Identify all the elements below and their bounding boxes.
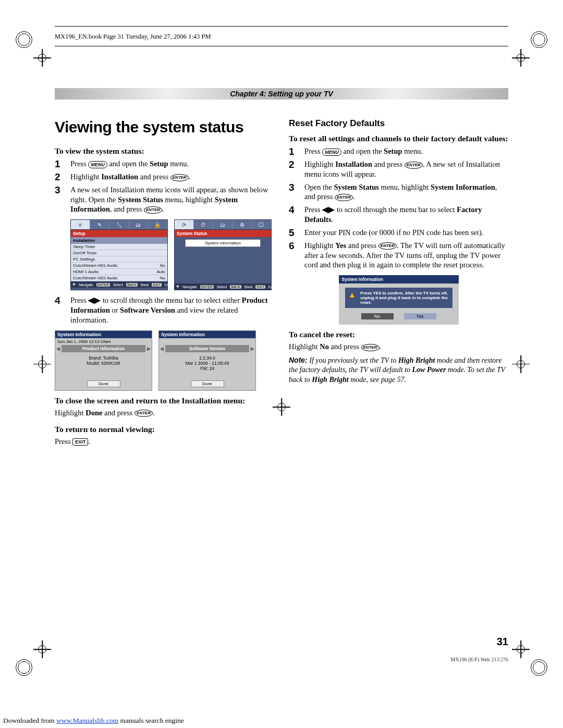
steps-view-status-cont: Press ◀▶ to scroll through the menu bar … [55, 295, 274, 325]
osd-reset-confirm: System Information ▲ Press YES to confir… [339, 275, 459, 325]
section-heading-reset: Reset Factory Defaults [289, 118, 508, 129]
close-instruction: Highlight Done and press ENTER. [55, 409, 274, 417]
osd-system-status: ⟳⏱🗂⚙🖵 System Status System Information ✥… [174, 219, 272, 290]
subhead-close: To close the screen and return to the In… [55, 396, 274, 405]
enter-key-icon: ENTER [134, 410, 153, 417]
step-r5: Enter your PIN code (or 0000 if no PIN c… [289, 228, 508, 238]
register-mark-icon [36, 644, 48, 655]
subhead-return: To return to normal viewing: [55, 425, 274, 434]
subhead-reset: To reset all settings and channels to th… [289, 134, 508, 143]
enter-key-icon: ENTER [335, 194, 353, 201]
crop-mark-icon [16, 31, 32, 48]
step-4: Press ◀▶ to scroll through the menu bar … [55, 295, 274, 325]
step-r2: Highlight Installation and press ENTER. … [289, 159, 508, 179]
steps-view-status: Press MENU and open the Setup menu. High… [55, 159, 274, 214]
crop-mark-icon [531, 31, 547, 48]
step-1: Press MENU and open the Setup menu. [55, 159, 274, 169]
subhead-view-status: To view the system status: [55, 146, 274, 156]
step-r6: Highlight Yes and press ENTER. The TV wi… [289, 241, 508, 270]
arrow-left-right-icon: ◀▶ [88, 296, 101, 304]
enter-key-icon: ENTER [144, 206, 162, 214]
left-column: Viewing the system status To view the sy… [55, 114, 274, 446]
subhead-cancel: To cancel the reset: [289, 330, 508, 339]
step-2: Highlight Installation and press ENTER. [55, 172, 274, 182]
step-3: A new set of Installation menu icons wil… [55, 185, 274, 215]
cancel-instruction: Highlight No and press ENTER. [289, 342, 508, 351]
register-mark-icon [36, 52, 48, 64]
return-instruction: Press EXIT. [55, 437, 274, 446]
note-block: Note: If you previously set the TV to Hi… [289, 355, 508, 385]
arrow-left-right-icon: ◀▶ [322, 205, 335, 214]
crop-mark-icon [16, 659, 32, 676]
enter-key-icon: ENTER [378, 242, 397, 250]
enter-key-icon: ENTER [170, 174, 189, 181]
osd-setup: ≡✎🔧🗂🔒 Setup Installation Sleep Timer On/… [70, 219, 168, 290]
crop-mark-icon [531, 659, 547, 676]
register-mark-icon [515, 644, 527, 655]
exit-key-icon: EXIT [72, 438, 88, 446]
step-r4: Press ◀▶ to scroll through the menu bar … [289, 205, 508, 225]
enter-key-icon: ENTER [361, 344, 380, 351]
register-mark-icon [515, 52, 527, 64]
download-footer: Downloaded from www.Manualslib.com manua… [3, 717, 184, 725]
step-r3: Open the System Status menu, highlight S… [289, 182, 508, 202]
yes-button: Yes [404, 313, 436, 319]
osd-product-info: System Information Sun Jan 1, 2006 12:12… [55, 330, 152, 391]
osd-software-version: System Information ◀Software Version▶ 2.… [158, 330, 256, 391]
section-heading: Viewing the system status [55, 118, 274, 136]
enter-key-icon: ENTER [405, 162, 423, 169]
step-r1: Press MENU and open the Setup menu. [289, 146, 508, 156]
menu-key-icon: MENU [88, 161, 107, 168]
right-column: Reset Factory Defaults To reset all sett… [289, 114, 508, 446]
steps-reset: Press MENU and open the Setup menu. High… [289, 146, 508, 270]
manualslib-link[interactable]: www.Manualslib.com [56, 717, 118, 724]
figure-system-info: System Information Sun Jan 1, 2006 12:12… [55, 330, 274, 391]
book-header: MX196_EN.book Page 31 Tuesday, June 27, … [55, 26, 508, 46]
figure-setup-menus: ≡✎🔧🗂🔒 Setup Installation Sleep Timer On/… [70, 219, 274, 290]
warning-icon: ▲ [348, 291, 357, 305]
register-mark-icon [515, 359, 527, 370]
footer-id: MX196 (E/F) Web 213:276 [451, 657, 508, 662]
register-mark-icon [36, 359, 48, 370]
chapter-bar: Chapter 4: Setting up your TV [55, 88, 508, 100]
page-number: 31 [497, 636, 508, 648]
no-button: No [361, 313, 394, 319]
menu-key-icon: MENU [322, 149, 341, 156]
